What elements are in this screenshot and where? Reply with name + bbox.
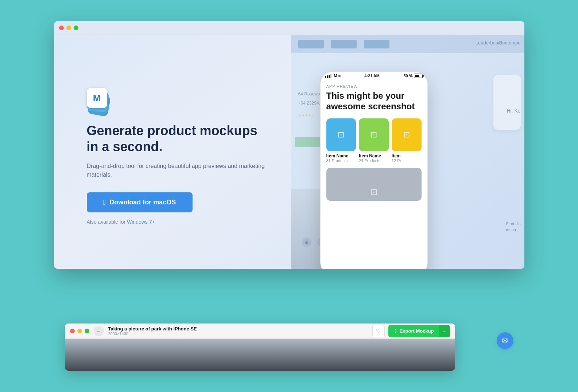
right-panel: Leaderboard ⚙ ⚡ Contempo Hi, Ke (291, 35, 524, 269)
thumb-green: ⊡ (359, 118, 389, 151)
chat-bubble[interactable]: ✉ (497, 332, 513, 349)
icon-layer-front: M (87, 88, 107, 108)
bg-gear-icon: ⚙ (302, 238, 311, 247)
time-text: 4:21 AM (364, 74, 380, 78)
thumb-yellow: ⊡ (392, 118, 422, 151)
left-panel: M Generate product mockups in a second. … (54, 35, 291, 269)
secondary-title-area: Taking a picture of park with iPhone SE … (108, 326, 368, 336)
headline: Generate product mockups in a second. (87, 123, 269, 154)
item-count-0: 81 Products (326, 158, 356, 163)
windows-link[interactable]: Windows 7+ (127, 219, 155, 225)
item-name-0: Item Name (326, 153, 356, 158)
preview-large-card: ⊡ (326, 168, 422, 201)
bg-tab-2 (331, 40, 357, 48)
also-available: Also available for Windows 7+ (87, 219, 269, 225)
chat-icon: ✉ (502, 336, 508, 345)
browser-wrapper: M Generate product mockups in a second. … (54, 21, 524, 371)
subheadline: Drag-and-drop tool for creating beautifu… (87, 162, 269, 179)
preview-item-0: ⊡ Item Name 81 Products (326, 118, 356, 163)
sec-maximize-button[interactable] (85, 329, 89, 333)
iphone-mockup: M ≈ 4:21 AM 50 % APP PREVIEW (320, 71, 428, 269)
favorite-button[interactable]: ♡ (372, 325, 385, 337)
icon-letter: M (93, 93, 101, 104)
traffic-lights (59, 26, 78, 30)
export-chevron[interactable]: ⌄ (439, 325, 450, 337)
export-button[interactable]: ⇧ Export Mockup ⌄ (388, 325, 450, 337)
window-content: M Generate product mockups in a second. … (54, 35, 524, 269)
download-button[interactable]:  Download for macOS (87, 192, 193, 212)
secondary-content (65, 339, 455, 371)
carrier-text: M (334, 74, 337, 78)
bg-start-dis-text: Start disrecon (506, 221, 520, 232)
item-count-1: 24 Products (359, 158, 389, 163)
secondary-title: Taking a picture of park with iPhone SE (108, 326, 368, 332)
status-left: M ≈ (325, 74, 341, 78)
thumb-blue: ⊡ (326, 118, 356, 151)
main-window: M Generate product mockups in a second. … (54, 21, 524, 269)
download-button-label: Download for macOS (109, 199, 176, 206)
image-icon-0: ⊡ (338, 130, 344, 140)
secondary-subtitle: 2000×1400 (108, 332, 368, 336)
secondary-actions: ♡ ⇧ Export Mockup ⌄ (372, 325, 450, 337)
status-bar: M ≈ 4:21 AM 50 % (321, 72, 427, 80)
image-icon-2: ⊡ (403, 130, 410, 140)
secondary-titlebar: ← Taking a picture of park with iPhone S… (65, 324, 455, 339)
wifi-icon: ≈ (338, 74, 341, 78)
bg-hi-kev-text: Hi, Ke (507, 108, 520, 114)
item-count-2: 12 Pr... (392, 158, 422, 163)
iphone-screen: APP PREVIEW This might be your awesome s… (321, 80, 427, 205)
minimize-button[interactable] (66, 26, 71, 30)
preview-item-1: ⊡ Item Name 24 Products (359, 118, 389, 163)
item-name-1: Item Name (359, 153, 389, 158)
secondary-image-preview (65, 339, 455, 371)
window-titlebar (54, 21, 524, 35)
app-preview-label: APP PREVIEW (326, 84, 422, 89)
image-icon-1: ⊡ (371, 130, 377, 140)
sec-minimize-button[interactable] (77, 329, 82, 333)
preview-grid: ⊡ Item Name 81 Products ⊡ Item Name (326, 118, 422, 163)
secondary-traffic-lights (70, 329, 89, 333)
preview-item-2: ⊡ Item 12 Pr... (392, 118, 422, 163)
bg-tab-3 (364, 40, 389, 48)
status-right: 50 % (403, 74, 423, 78)
sec-close-button[interactable] (70, 329, 75, 333)
signal-icon (325, 74, 331, 78)
maximize-button[interactable] (74, 26, 78, 30)
item-name-2: Item (392, 153, 422, 158)
export-main: ⇧ Export Mockup (388, 328, 439, 334)
bg-phone: +94 23294... (298, 101, 323, 106)
app-icon: M (87, 86, 112, 112)
close-button[interactable] (59, 26, 64, 30)
bg-stars: ★★★★☆ (298, 111, 315, 118)
back-button[interactable]: ← (94, 326, 104, 336)
export-icon: ⇧ (393, 328, 397, 334)
bg-tab-1 (298, 40, 324, 48)
export-button-label: Export Mockup (400, 328, 434, 334)
secondary-window: ← Taking a picture of park with iPhone S… (65, 324, 455, 371)
bg-contemporary-text: Contempo (499, 40, 521, 46)
large-image-icon: ⊡ (370, 187, 377, 197)
bg-phone-small (493, 75, 521, 130)
preview-title: This might be your awesome screenshot (326, 91, 422, 112)
battery-icon (414, 74, 423, 78)
battery-fill (415, 75, 419, 77)
apple-icon:  (103, 198, 106, 207)
battery-percent: 50 % (403, 74, 412, 78)
